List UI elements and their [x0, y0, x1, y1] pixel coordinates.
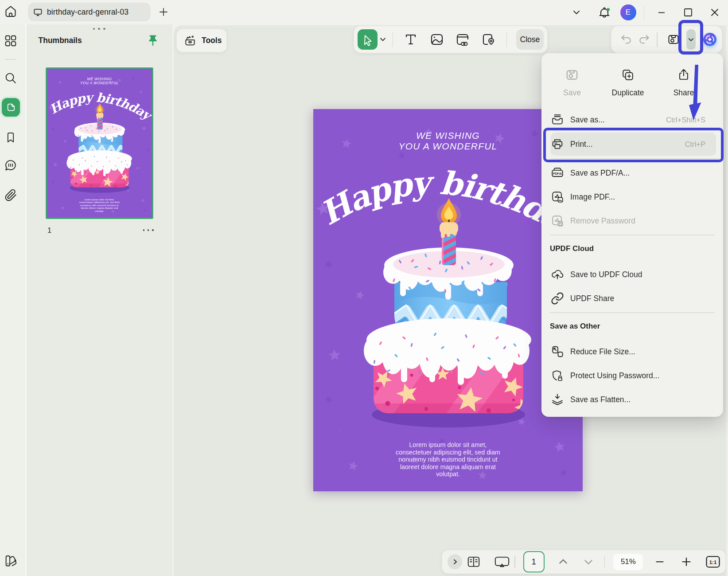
- previous-page-button[interactable]: [553, 552, 573, 572]
- next-page-button[interactable]: [578, 552, 598, 572]
- panel-title: Thumbnails: [39, 36, 82, 45]
- paperclip-icon: [4, 188, 17, 202]
- tab-title: birthday-card-genral-03: [47, 8, 128, 17]
- sidebar-item-comments[interactable]: [0, 155, 21, 176]
- menu-save-action[interactable]: Save: [544, 53, 600, 102]
- menu-share-label: Share: [656, 88, 712, 98]
- tools-button[interactable]: Tools: [176, 29, 227, 52]
- menu-item-remove-password[interactable]: Remove Password: [541, 209, 723, 233]
- select-tool-button[interactable]: [358, 29, 378, 50]
- menu-duplicate-action[interactable]: Duplicate: [600, 53, 656, 102]
- menu-share-action[interactable]: Share: [656, 53, 712, 102]
- menu-item-protect-password[interactable]: Protect Using Password...: [541, 364, 723, 388]
- avatar-initial: E: [626, 8, 631, 17]
- menu-duplicate-label: Duplicate: [600, 88, 656, 98]
- thumbnail-more-button[interactable]: [143, 229, 154, 231]
- actual-size-button[interactable]: 1:1: [705, 552, 721, 572]
- new-tab-button[interactable]: [157, 6, 170, 18]
- menu-divider: [550, 235, 715, 235]
- menu-item-save-to-cloud[interactable]: Save to UPDF Cloud: [541, 263, 723, 286]
- sidebar-item-bookmarks[interactable]: [0, 127, 21, 148]
- sidebar-item-swatches[interactable]: [0, 551, 21, 571]
- link-tool-button[interactable]: [453, 30, 471, 49]
- menu-item-label: Save as...: [570, 115, 605, 125]
- plus-icon: [158, 7, 169, 17]
- image-tool-button[interactable]: [428, 30, 446, 49]
- account-button[interactable]: E: [617, 3, 640, 22]
- link-tool-icon: [455, 32, 470, 47]
- sidebar-item-thumbnails-active[interactable]: [2, 98, 20, 117]
- titlebar-chevron-button[interactable]: [561, 3, 592, 22]
- comment-icon: [4, 158, 18, 172]
- ai-assistant-button[interactable]: [703, 33, 716, 46]
- redo-button[interactable]: [635, 30, 654, 49]
- apps-grid-icon: [4, 34, 18, 48]
- thumbnails-panel: Thumbnails 1: [27, 24, 172, 576]
- home-button[interactable]: [3, 4, 19, 20]
- close-label: Close: [520, 35, 540, 44]
- menu-item-save-as-pdfa[interactable]: PDF/A Save as PDF/A...: [541, 161, 723, 185]
- maximize-button[interactable]: [675, 3, 701, 22]
- notifications-button[interactable]: [592, 3, 617, 22]
- duplicate-icon: [621, 68, 635, 82]
- thumbnail-page-number: 1: [44, 226, 55, 235]
- close-document-button[interactable]: Close: [516, 29, 544, 50]
- save-dropdown-menu: Save Duplicate Share Save as... Ctrl+Shi…: [541, 53, 723, 417]
- swatches-icon: [4, 554, 18, 568]
- thumbnail-card-image: [47, 69, 152, 218]
- search-icon: [4, 71, 18, 85]
- right-panel-edge: [726, 24, 728, 576]
- minus-icon: [655, 557, 665, 567]
- toolbar-separator: [657, 32, 657, 47]
- menu-item-label: Save as PDF/A...: [570, 168, 630, 178]
- menu-item-updf-share[interactable]: UPDF Share: [541, 286, 723, 310]
- image-tool-icon: [429, 32, 444, 47]
- image-pdf-icon: [550, 190, 564, 204]
- sidebar: [0, 24, 26, 576]
- menu-divider: [550, 312, 715, 313]
- page-number-input[interactable]: 1: [523, 551, 545, 572]
- updf-window: WE WISHING YOU A WONDERFUL Happy birthda…: [0, 0, 728, 576]
- pin-button[interactable]: [145, 33, 160, 48]
- sidebar-item-attachments[interactable]: [0, 185, 21, 205]
- menu-item-image-pdf[interactable]: Image PDF...: [541, 185, 723, 209]
- minimize-button[interactable]: [648, 3, 675, 22]
- close-window-button[interactable]: [701, 3, 728, 22]
- save-as-icon: [550, 113, 564, 127]
- thumbnail-page-1[interactable]: [46, 67, 153, 219]
- presentation-button[interactable]: [492, 552, 512, 572]
- avatar: E: [620, 4, 636, 20]
- document-icon: [5, 102, 17, 113]
- minimize-icon: [657, 8, 666, 17]
- link-icon: [550, 291, 564, 306]
- home-icon: [3, 4, 18, 19]
- menu-item-reduce-file-size[interactable]: Reduce File Size...: [541, 340, 723, 364]
- document-tab[interactable]: birthday-card-genral-03: [28, 3, 151, 21]
- plus-icon: [681, 556, 692, 567]
- zoom-in-button[interactable]: [677, 552, 695, 572]
- status-bar: 1 51% 1:1: [442, 550, 726, 574]
- statusbar-expand-button[interactable]: [448, 554, 462, 569]
- text-tool-button[interactable]: [402, 30, 420, 49]
- sidebar-item-search[interactable]: [0, 68, 21, 88]
- tools-icon: [183, 34, 197, 47]
- page-layout-button[interactable]: [464, 552, 484, 572]
- panel-resize-handle[interactable]: [93, 27, 105, 31]
- menu-item-save-as-flatten[interactable]: Save as Flatten...: [541, 388, 723, 411]
- ai-logo-icon: [704, 34, 716, 45]
- select-tool-dropdown[interactable]: [378, 30, 388, 49]
- menu-item-label: Save to UPDF Cloud: [570, 270, 642, 279]
- zoom-out-button[interactable]: [650, 552, 669, 572]
- titlebar: birthday-card-genral-03 E: [0, 0, 728, 24]
- page-number: 1: [532, 557, 536, 567]
- zoom-level[interactable]: 51%: [613, 554, 643, 570]
- chevron-up-icon: [558, 556, 568, 567]
- toolbar-separator: [506, 32, 507, 47]
- attachment-tool-button[interactable]: [479, 30, 498, 49]
- sidebar-item-apps[interactable]: [0, 31, 21, 51]
- cursor-icon: [361, 33, 374, 46]
- redo-icon: [638, 33, 651, 46]
- tools-label: Tools: [202, 36, 222, 45]
- reduce-size-icon: [550, 345, 564, 359]
- undo-button[interactable]: [617, 30, 635, 49]
